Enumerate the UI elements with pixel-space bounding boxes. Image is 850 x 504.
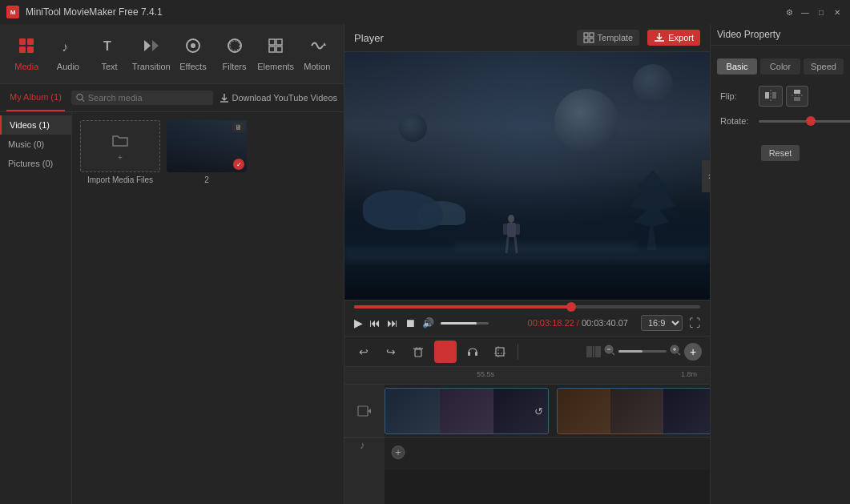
- volume-bar[interactable]: [441, 322, 489, 325]
- svg-line-31: [515, 237, 517, 253]
- timeline-right-controls: +: [586, 343, 702, 361]
- close-button[interactable]: ✕: [831, 6, 844, 18]
- volume-button[interactable]: 🔊: [422, 317, 434, 329]
- video-track-icon: [357, 404, 372, 418]
- nav-music-label: Music (0): [8, 139, 44, 149]
- toolbar-effects-label: Effects: [179, 62, 206, 71]
- toolbar-motion[interactable]: Motion: [298, 28, 336, 80]
- delete-button[interactable]: [407, 341, 429, 363]
- toolbar-text[interactable]: T Text: [91, 28, 128, 80]
- window-controls[interactable]: ⚙ — □ ✕: [783, 6, 844, 18]
- toolbar-divider: [518, 344, 518, 360]
- svg-rect-29: [516, 224, 520, 235]
- toolbar-effects[interactable]: Effects: [175, 28, 212, 80]
- toolbar-elements[interactable]: Elements: [257, 28, 295, 80]
- zoom-bar[interactable]: [618, 350, 667, 353]
- svg-point-11: [191, 43, 195, 48]
- svg-line-20: [82, 99, 84, 102]
- nav-pictures-label: Pictures (0): [8, 159, 53, 168]
- collapse-panel-button[interactable]: ›: [702, 160, 710, 192]
- svg-rect-36: [468, 352, 470, 356]
- template-button[interactable]: Template: [577, 30, 640, 46]
- timeline-tracks: ♪: [344, 385, 710, 504]
- player-area: Player Template Export: [344, 24, 710, 336]
- text-icon: T: [100, 37, 118, 58]
- vp-tab-color[interactable]: Color: [760, 58, 800, 75]
- toolbar-audio[interactable]: ♪ Audio: [50, 28, 87, 80]
- aspect-ratio-select[interactable]: 16:9 4:3 1:1 9:16: [641, 315, 683, 331]
- search-input[interactable]: [88, 93, 208, 103]
- svg-rect-5: [27, 46, 34, 53]
- audio-detach-button[interactable]: [461, 341, 484, 363]
- nav-videos[interactable]: Videos (1): [0, 115, 71, 135]
- download-youtube-button[interactable]: Download YouTube Videos: [220, 93, 338, 103]
- undo-button[interactable]: ↩: [352, 341, 375, 363]
- video-display: [344, 52, 710, 300]
- svg-marker-18: [323, 42, 326, 46]
- rotate-slider[interactable]: [759, 120, 850, 123]
- minimize-button[interactable]: ⚙: [783, 6, 796, 18]
- vp-content: Flip: Rotate: 0°: [717, 83, 844, 139]
- search-bar[interactable]: [71, 91, 213, 105]
- flip-v-icon: [792, 89, 803, 102]
- toolbar-text-label: Text: [101, 62, 117, 71]
- timeline-toolbar: ↩ ↪ ✂: [344, 337, 710, 367]
- flip-label: Flip:: [720, 91, 752, 101]
- svg-rect-24: [584, 38, 588, 42]
- control-row: ▶ ⏮ ⏭ ⏹ 🔊 00:03:18.22 / 00:03:40.07 16:9: [354, 315, 700, 331]
- media-thumb-2: 🖥 ✓: [167, 120, 247, 172]
- svg-line-50: [678, 353, 680, 355]
- audio-track: +: [385, 437, 710, 470]
- toolbar-filters[interactable]: Filters: [216, 28, 253, 80]
- player-actions: Template Export: [577, 30, 700, 46]
- svg-rect-2: [19, 38, 26, 45]
- vp-tab-speed[interactable]: Speed: [804, 58, 844, 75]
- skip-forward-button[interactable]: ⏭: [387, 317, 398, 329]
- time-total: 00:03:40.07: [582, 318, 628, 328]
- player-header: Player Template Export: [344, 24, 710, 52]
- svg-rect-60: [794, 90, 800, 94]
- svg-rect-4: [19, 46, 26, 53]
- timeline-content: 55.5s 1.8m 2.8m 3.7m: [344, 367, 710, 504]
- svg-rect-42: [595, 346, 601, 357]
- add-audio-button[interactable]: +: [391, 446, 405, 462]
- toolbar-elements-label: Elements: [257, 62, 294, 71]
- flip-vertical-button[interactable]: [786, 86, 808, 107]
- fullscreen-button[interactable]: ⛶: [689, 317, 700, 329]
- svg-line-46: [612, 353, 614, 355]
- zoom-in-button[interactable]: [670, 345, 681, 358]
- maximize-restore-button[interactable]: —: [799, 6, 812, 18]
- toolbar-transition[interactable]: Transition: [132, 28, 171, 80]
- add-track-button[interactable]: +: [684, 343, 702, 361]
- export-label: Export: [668, 33, 694, 42]
- import-media-item[interactable]: + Import Media Files: [80, 120, 160, 184]
- zoom-out-button[interactable]: [604, 345, 615, 358]
- svg-rect-61: [794, 97, 800, 101]
- template-icon: [583, 32, 594, 43]
- vp-tab-basic[interactable]: Basic: [717, 58, 757, 75]
- media-icon: [18, 37, 35, 58]
- reset-button[interactable]: Reset: [761, 145, 800, 161]
- flip-horizontal-button[interactable]: [759, 86, 783, 107]
- skip-back-button[interactable]: ⏮: [369, 317, 381, 329]
- nav-music[interactable]: Music (0): [0, 135, 71, 154]
- svg-rect-32: [415, 349, 421, 357]
- nav-pictures[interactable]: Pictures (0): [0, 154, 71, 173]
- clip-1-repeat-button[interactable]: ↺: [534, 405, 543, 417]
- volume-fill: [441, 322, 477, 325]
- export-button[interactable]: Export: [647, 30, 700, 46]
- progress-bar[interactable]: [354, 305, 700, 308]
- media-item-2[interactable]: 🖥 ✓ 2: [167, 120, 247, 184]
- play-button[interactable]: ▶: [354, 317, 363, 329]
- maximize-button[interactable]: □: [815, 6, 828, 18]
- timeline-clip-2[interactable]: ↺: [557, 388, 710, 434]
- svg-point-26: [508, 215, 514, 223]
- right-panel: Video Property Basic Color Speed Flip:: [710, 24, 850, 504]
- redo-button[interactable]: ↪: [380, 341, 402, 363]
- my-album-tab[interactable]: My Album (1): [6, 84, 65, 111]
- stop-button[interactable]: ⏹: [405, 317, 416, 329]
- timeline-clip-1[interactable]: ↺: [385, 388, 549, 434]
- toolbar-media[interactable]: Media: [8, 28, 46, 80]
- scissors-button[interactable]: ✂: [434, 341, 457, 363]
- crop-button[interactable]: [489, 341, 511, 363]
